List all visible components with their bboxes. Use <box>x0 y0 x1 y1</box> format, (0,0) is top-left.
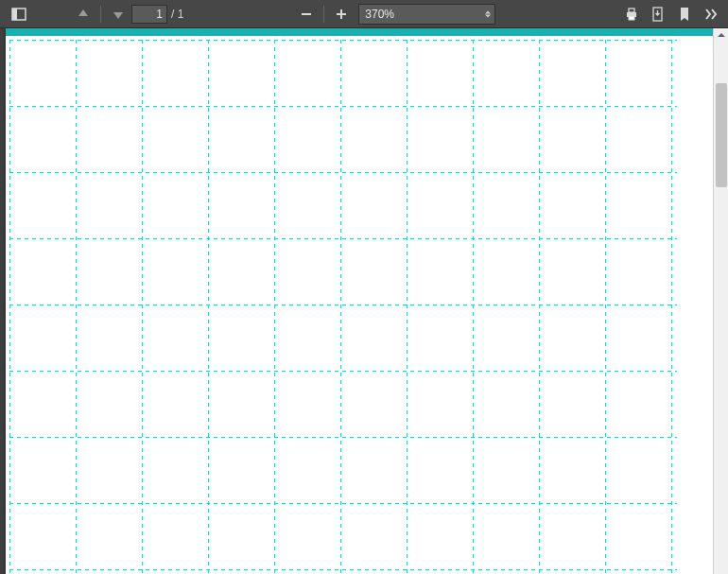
page-number-input[interactable] <box>131 5 167 24</box>
dropdown-caret-icon <box>485 10 491 17</box>
scroll-up-icon[interactable] <box>714 27 728 43</box>
page <box>6 28 713 574</box>
svg-rect-1 <box>12 9 17 20</box>
page-area[interactable] <box>0 28 713 574</box>
page-total-label: / 1 <box>171 8 183 21</box>
zoom-in-icon[interactable] <box>328 1 355 27</box>
svg-rect-2 <box>302 13 311 15</box>
tools-overflow-icon[interactable] <box>698 1 724 27</box>
svg-rect-7 <box>629 16 634 20</box>
download-icon[interactable] <box>645 1 671 27</box>
prev-page-icon[interactable] <box>70 1 96 27</box>
vertical-scrollbar[interactable] <box>713 28 728 574</box>
zoom-select[interactable]: 370% <box>358 4 495 25</box>
page-accent-bar <box>6 28 713 36</box>
bookmark-icon[interactable] <box>671 1 698 27</box>
separator <box>100 6 101 23</box>
print-icon[interactable] <box>618 1 645 27</box>
next-page-icon[interactable] <box>105 1 131 27</box>
sidebar-toggle-icon[interactable] <box>6 1 32 27</box>
toolbar: / 1 370% <box>0 0 728 28</box>
zoom-out-icon[interactable] <box>293 1 320 27</box>
separator <box>323 6 324 23</box>
zoom-value: 370% <box>365 8 394 21</box>
viewer <box>0 28 728 574</box>
grid-background <box>9 40 677 574</box>
svg-rect-6 <box>629 9 634 12</box>
svg-rect-4 <box>340 9 342 19</box>
scrollbar-thumb[interactable] <box>716 83 727 187</box>
